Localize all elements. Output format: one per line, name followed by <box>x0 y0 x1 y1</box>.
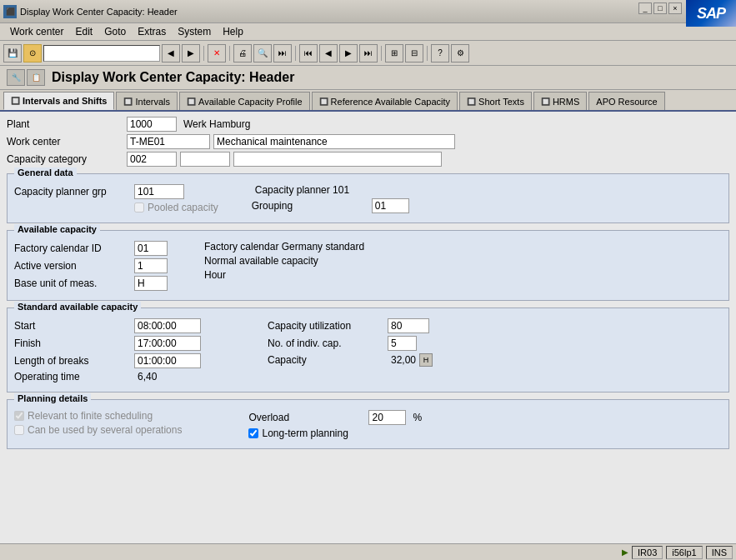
operating-time-label: Operating time <box>14 371 131 382</box>
minimize-button[interactable]: _ <box>638 2 652 14</box>
menu-goto[interactable]: Goto <box>99 25 131 38</box>
toolbar-print-button[interactable]: 🖨 <box>233 44 252 62</box>
work-center-row: Work center <box>7 134 729 149</box>
toolbar-find-button[interactable]: 🔍 <box>253 44 272 62</box>
toolbar-find-next-button[interactable]: ⏭ <box>273 44 292 62</box>
capacity-planner-grp-label: Capacity planner grp <box>14 186 131 198</box>
tab-apo-resource[interactable]: APO Resource <box>588 92 664 110</box>
header-icon-2: 📋 <box>27 69 45 86</box>
toolbar-last-button[interactable]: ⏭ <box>359 44 378 62</box>
length-breaks-row: Length of breaks <box>14 353 201 368</box>
toolbar-exit-button[interactable]: ▶ <box>182 44 200 62</box>
toolbar-new-button[interactable]: ⊙ <box>23 44 42 62</box>
toolbar-save-button[interactable]: 💾 <box>3 44 22 62</box>
can-be-used-label[interactable]: Can be used by several operations <box>14 424 182 436</box>
start-label: Start <box>14 320 131 332</box>
overload-row: Overload % <box>248 410 422 425</box>
status-ir03: IR03 <box>632 546 663 559</box>
capacity-unit-button[interactable]: H <box>419 353 433 367</box>
work-center-text-input[interactable] <box>213 134 455 149</box>
capacity-category-label: Capacity category <box>7 153 123 165</box>
toolbar-settings-button[interactable]: ⚙ <box>451 44 469 62</box>
capacity-planner-text-row: Capacity planner 101 <box>252 184 409 196</box>
tab-icon-available-capacity-profile: 🔲 <box>187 98 196 106</box>
toolbar-collapse-button[interactable]: ⊟ <box>405 44 423 62</box>
finish-label: Finish <box>14 338 131 349</box>
overload-label: Overload <box>248 412 365 423</box>
menu-work-center[interactable]: Work center <box>5 25 68 38</box>
start-row: Start <box>14 318 201 333</box>
pooled-capacity-label[interactable]: Pooled capacity <box>134 202 218 213</box>
plant-input[interactable] <box>127 117 177 132</box>
toolbar-prev-button[interactable]: ◀ <box>319 44 338 62</box>
toolbar-back-button[interactable]: ◀ <box>162 44 180 62</box>
capacity-planner-grp-input[interactable] <box>134 184 184 199</box>
general-data-title: General data <box>14 168 77 178</box>
active-version-input[interactable] <box>134 258 168 273</box>
long-term-checkbox[interactable] <box>248 428 258 438</box>
available-capacity-section: Available capacity Factory calendar ID A… <box>7 230 729 301</box>
menu-help[interactable]: Help <box>218 25 248 38</box>
relevant-finite-checkbox[interactable] <box>14 411 24 421</box>
tab-reference-available-capacity[interactable]: 🔲 Reference Available Capacity <box>312 92 458 110</box>
tab-icon-reference-available-capacity: 🔲 <box>319 98 328 106</box>
capacity-utilization-input[interactable] <box>388 318 429 333</box>
start-input[interactable] <box>134 318 201 333</box>
menu-extras[interactable]: Extras <box>133 25 171 38</box>
available-capacity-title: Available capacity <box>14 224 100 234</box>
toolbar-first-button[interactable]: ⏮ <box>299 44 318 62</box>
capacity-utilization-label: Capacity utilization <box>268 320 384 332</box>
command-field[interactable] <box>43 45 160 62</box>
no-indiv-cap-label: No. of indiv. cap. <box>268 338 384 349</box>
plant-label: Plant <box>7 118 123 130</box>
capacity-category-text-input[interactable] <box>233 152 442 167</box>
capacity-planner-text: Capacity planner 101 <box>252 184 349 196</box>
length-breaks-label: Length of breaks <box>14 355 131 367</box>
tab-icon-intervals-shifts: 🔲 <box>11 97 20 105</box>
tab-hrms[interactable]: 🔲 HRMS <box>533 92 587 110</box>
status-bar: ▶ IR03 i56lp1 INS <box>0 543 736 560</box>
factory-calendar-input[interactable] <box>134 241 168 256</box>
work-center-input[interactable] <box>127 134 210 149</box>
toolbar-cancel-button[interactable]: ✕ <box>208 44 226 62</box>
standard-available-capacity-title: Standard available capacity <box>14 302 141 312</box>
relevant-finite-label[interactable]: Relevant to finite scheduling <box>14 410 153 422</box>
maximize-button[interactable]: □ <box>653 2 667 14</box>
overload-input[interactable] <box>368 410 406 425</box>
toolbar-next-button[interactable]: ▶ <box>339 44 358 62</box>
toolbar-expand-button[interactable]: ⊞ <box>385 44 403 62</box>
no-indiv-cap-input[interactable] <box>388 336 417 351</box>
factory-calendar-label: Factory calendar ID <box>14 242 131 254</box>
app-icon: ⬛ <box>3 5 17 18</box>
pooled-capacity-checkbox[interactable] <box>134 202 144 212</box>
menu-edit[interactable]: Edit <box>70 25 98 38</box>
operating-time-row: Operating time 6,40 <box>14 371 201 382</box>
status-arrow: ▶ <box>622 548 628 557</box>
sap-logo: SAP <box>686 0 736 27</box>
capacity-row: Capacity 32,00 H <box>268 353 433 367</box>
finish-row: Finish <box>14 336 201 351</box>
tab-icon-short-texts: 🔲 <box>467 98 476 106</box>
tab-intervals-shifts[interactable]: 🔲 Intervals and Shifts <box>3 92 114 110</box>
capacity-category-row: Capacity category <box>7 152 729 167</box>
tab-available-capacity-profile[interactable]: 🔲 Available Capacity Profile <box>179 92 310 110</box>
menu-system[interactable]: System <box>173 25 216 38</box>
tab-intervals[interactable]: 🔲 Intervals <box>116 92 178 110</box>
capacity-category-extra-input[interactable] <box>180 152 230 167</box>
title-bar: ⬛ Display Work Center Capacity: Header _… <box>0 0 736 23</box>
finish-input[interactable] <box>134 336 201 351</box>
capacity-label: Capacity <box>268 354 384 366</box>
grouping-input[interactable] <box>372 198 409 213</box>
relevant-finite-row: Relevant to finite scheduling <box>14 410 182 422</box>
tab-short-texts[interactable]: 🔲 Short Texts <box>459 92 532 110</box>
long-term-label[interactable]: Long-term planning <box>248 428 348 439</box>
length-breaks-input[interactable] <box>134 353 201 368</box>
close-button[interactable]: × <box>668 2 682 14</box>
base-unit-input[interactable] <box>134 276 168 291</box>
overload-unit: % <box>409 412 422 423</box>
status-i56lp1: i56lp1 <box>666 546 702 559</box>
capacity-category-input[interactable] <box>127 152 177 167</box>
header-icon-1: 🔧 <box>7 69 25 86</box>
can-be-used-checkbox[interactable] <box>14 425 24 435</box>
toolbar-help-button[interactable]: ? <box>431 44 449 62</box>
